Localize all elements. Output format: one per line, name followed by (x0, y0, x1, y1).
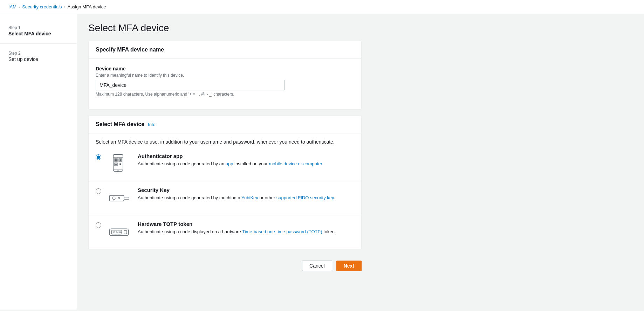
svg-point-18 (118, 198, 120, 199)
svg-rect-11 (119, 164, 119, 165)
authenticator-text: Authenticator app Authenticate using a c… (138, 153, 354, 167)
sidebar-step-2-label: Step 2 (8, 51, 68, 56)
sidebar-step-1: Step 1 Select MFA device (0, 22, 77, 39)
svg-rect-12 (120, 164, 121, 165)
svg-rect-10 (120, 163, 121, 164)
mfa-option-authenticator[interactable]: Authenticator app Authenticate using a c… (89, 147, 361, 181)
svg-point-16 (112, 197, 115, 200)
svg-rect-8 (115, 164, 117, 165)
mfa-description: Select an MFA device to use, in addition… (89, 133, 361, 147)
breadcrumb-sep-2: › (64, 5, 66, 9)
svg-rect-22 (124, 230, 127, 234)
security-key-text: Security Key Authenticate using a code g… (138, 187, 354, 201)
next-button[interactable]: Next (336, 261, 362, 271)
sidebar-divider (0, 43, 77, 44)
svg-text:123456: 123456 (112, 231, 122, 234)
sidebar-step-1-title: Select MFA device (8, 31, 68, 36)
main-layout: Step 1 Select MFA device Step 2 Set up d… (0, 14, 644, 310)
select-mfa-card-header: Select MFA device Info (89, 116, 361, 133)
sidebar-step-1-label: Step 1 (8, 25, 68, 30)
authenticator-desc: Authenticate using a code generated by a… (138, 160, 354, 167)
device-name-card-header: Specify MFA device name (89, 41, 361, 59)
authenticator-icon (107, 153, 132, 175)
breadcrumb: IAM › Security credentials › Assign MFA … (0, 0, 644, 14)
device-name-field: Device name Enter a meaningful name to i… (96, 66, 354, 97)
authenticator-title: Authenticator app (138, 153, 354, 159)
hardware-totp-text: Hardware TOTP token Authenticate using a… (138, 221, 354, 235)
device-name-input[interactable] (96, 80, 285, 90)
device-name-heading: Specify MFA device name (96, 47, 354, 53)
hardware-totp-title: Hardware TOTP token (138, 221, 354, 227)
device-name-card: Specify MFA device name Device name Ente… (88, 41, 362, 110)
radio-col-security-key (96, 187, 101, 195)
select-mfa-info-link[interactable]: Info (148, 122, 156, 127)
select-mfa-card: Select MFA device Info Select an MFA dev… (88, 115, 362, 249)
hardware-totp-desc: Authenticate using a code displayed on a… (138, 228, 354, 235)
svg-rect-6 (119, 159, 121, 161)
svg-rect-14 (109, 195, 124, 201)
security-key-icon (107, 187, 132, 209)
main-content: Select MFA device Specify MFA device nam… (77, 14, 644, 310)
sidebar-step-2: Step 2 Set up device (0, 48, 77, 65)
device-name-constraint: Maximum 128 characters. Use alphanumeric… (96, 92, 354, 97)
sidebar-step-2-title: Set up device (8, 56, 68, 62)
device-name-label: Device name (96, 66, 354, 71)
select-mfa-heading: Select MFA device (96, 121, 144, 127)
radio-hardware-totp[interactable] (96, 222, 101, 228)
security-key-title: Security Key (138, 187, 354, 193)
svg-rect-9 (119, 163, 119, 164)
radio-col-authenticator (96, 153, 101, 161)
page-title: Select MFA device (88, 22, 633, 34)
footer-bar: Cancel Next (88, 255, 373, 277)
breadcrumb-current-page: Assign MFA device (68, 4, 106, 9)
breadcrumb-security-credentials-link[interactable]: Security credentials (22, 4, 62, 9)
security-key-desc: Authenticate using a code generated by t… (138, 194, 354, 201)
radio-authenticator[interactable] (96, 154, 101, 160)
mfa-option-hardware-totp[interactable]: 123456 Hardware TOTP token Authenticate … (89, 215, 361, 249)
breadcrumb-sep-1: › (19, 5, 20, 9)
cancel-button[interactable]: Cancel (302, 261, 332, 271)
svg-rect-15 (124, 197, 129, 199)
breadcrumb-iam-link[interactable]: IAM (8, 4, 16, 9)
device-name-card-body: Device name Enter a meaningful name to i… (89, 59, 361, 109)
mfa-option-security-key[interactable]: Security Key Authenticate using a code g… (89, 181, 361, 215)
hardware-totp-icon: 123456 (107, 221, 132, 243)
svg-rect-4 (115, 159, 117, 161)
radio-col-hardware-totp (96, 221, 101, 229)
sidebar: Step 1 Select MFA device Step 2 Set up d… (0, 14, 77, 310)
device-name-hint: Enter a meaningful name to identify this… (96, 73, 354, 78)
radio-security-key[interactable] (96, 188, 101, 194)
